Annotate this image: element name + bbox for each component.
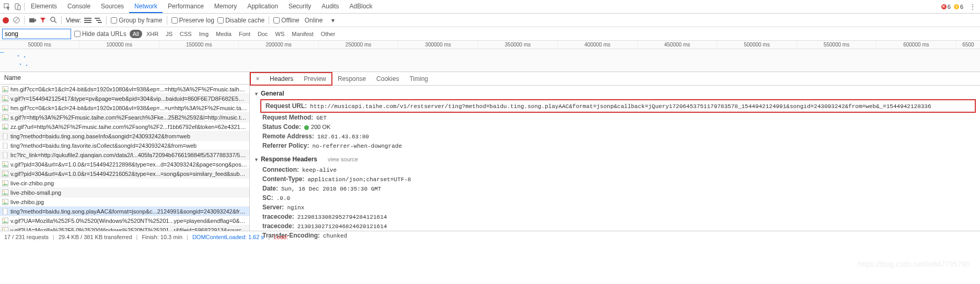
request-row[interactable]: live-zhibo.jpg (0, 197, 249, 207)
tab-performance[interactable]: Performance (163, 1, 209, 13)
header-key: Content-Type: (262, 175, 304, 183)
filter-type-ws[interactable]: WS (272, 30, 288, 38)
request-row[interactable]: v.gif?r=1544942125417&type=pv&page=web&p… (0, 94, 249, 103)
tab-cookies[interactable]: Cookies (371, 73, 404, 85)
request-row[interactable]: hm.gif?cc=0&ck=1&cl=24-bit&ds=1920x1080&… (0, 85, 249, 94)
filter-type-all[interactable]: All (130, 30, 142, 38)
request-row[interactable]: v.gif?pid=304&url=&v=1.0.0&r=15449422128… (0, 160, 249, 169)
time-label: 150000 ms (159, 41, 239, 49)
request-name: hm.gif?cc=0&ck=1&cl=24-bit&ds=1920x1080&… (10, 105, 247, 111)
header-key: Date: (262, 185, 278, 192)
header-value: 21301302712046824620121614 (297, 223, 387, 230)
request-row[interactable]: ting?method=baidu.ting.song.baseInfo&son… (0, 132, 249, 141)
waterfall-icon[interactable] (95, 17, 102, 24)
tab-adblock[interactable]: AdBlock (344, 1, 378, 13)
request-name: v.gif?r=1544942125417&type=pv&page=web&p… (10, 96, 247, 102)
detail-panel: × Headers Preview Response Cookies Timin… (250, 72, 980, 231)
request-row[interactable]: zz.gif?url=http%3A%2F%2Fmusic.taihe.com%… (0, 122, 249, 132)
image-icon (2, 227, 8, 231)
disable-cache-checkbox[interactable]: Disable cache (217, 17, 264, 24)
tab-console[interactable]: Console (62, 1, 96, 13)
request-row[interactable]: s.gif?r=http%3A%2F%2Fmusic.taihe.com%2Fs… (0, 113, 249, 122)
tab-application[interactable]: Application (242, 1, 283, 13)
tab-audits[interactable]: Audits (316, 1, 344, 13)
sb-finish: Finish: 10.3 min (142, 234, 182, 240)
request-row[interactable]: ting?method=baidu.ting.favorite.isCollec… (0, 141, 249, 150)
main-panel: Name hm.gif?cc=0&ck=1&cl=24-bit&ds=1920x… (0, 72, 980, 231)
image-icon (2, 218, 8, 224)
request-row[interactable]: v.gif?UA=Mozilla%252F5.0%2520(Windows%25… (0, 216, 249, 226)
filter-type-js[interactable]: JS (163, 30, 176, 38)
hide-data-urls-checkbox[interactable]: Hide data URLs (74, 30, 126, 38)
device-icon[interactable] (13, 2, 23, 12)
header-row: Content-Type:application/json;charset=UT… (254, 174, 976, 184)
header-key: Server: (262, 204, 284, 211)
filter-type-font[interactable]: Font (236, 30, 253, 38)
large-rows-icon[interactable] (84, 17, 91, 24)
record-button[interactable] (2, 17, 9, 24)
filter-type-css[interactable]: CSS (177, 30, 195, 38)
request-row[interactable]: ting?method=baidu.ting.song.playAAC&form… (0, 207, 249, 216)
name-column-header[interactable]: Name (0, 72, 249, 85)
image-icon (2, 161, 8, 168)
view-source-link[interactable]: view source (328, 156, 358, 162)
inspect-icon[interactable] (2, 2, 13, 12)
method-label: Request Method: (262, 114, 313, 121)
tab-elements[interactable]: Elements (26, 1, 62, 13)
header-row: Connection:keep-alive (254, 165, 976, 174)
time-label: 100000 ms (79, 41, 159, 49)
svg-rect-2 (18, 5, 20, 10)
filter-bar: Hide data URLs AllXHRJSCSSImgMediaFontDo… (0, 27, 980, 41)
search-icon[interactable] (50, 17, 57, 24)
tab-network[interactable]: Network (129, 1, 163, 13)
tab-headers[interactable]: Headers (264, 73, 298, 85)
request-name: s.gif?r=http%3A%2F%2Fmusic.taihe.com%2Fs… (10, 114, 247, 121)
status-label: Status Code: (262, 123, 301, 131)
devtools-tabs: ElementsConsoleSourcesNetworkPerformance… (0, 0, 980, 14)
close-icon[interactable]: × (251, 75, 264, 82)
filter-type-img[interactable]: Img (196, 30, 212, 38)
filter-input[interactable] (2, 29, 71, 39)
request-row[interactable]: v.gif?pid=304&url=&v=1.0.0&r=15449422160… (0, 169, 249, 179)
tab-security[interactable]: Security (283, 1, 316, 13)
image-icon (2, 199, 8, 205)
tab-preview[interactable]: Preview (298, 73, 331, 85)
request-row[interactable]: v.gif?UA=Mozilla%252F5.0%2520(Windows%25… (0, 226, 249, 231)
more-icon[interactable]: ⋮ (967, 2, 978, 12)
filter-type-manifest[interactable]: Manifest (289, 30, 317, 38)
request-row[interactable]: live-cir-zhibo.png (0, 179, 249, 188)
throttle-select[interactable]: Online ▾ (303, 17, 337, 24)
group-by-frame-checkbox[interactable]: Group by frame (111, 17, 162, 24)
svg-point-29 (4, 181, 5, 183)
header-value: chunked (323, 233, 347, 239)
image-icon (2, 180, 8, 186)
image-icon (2, 114, 8, 121)
timeline[interactable]: 50000 ms100000 ms150000 ms200000 ms25000… (0, 41, 980, 72)
response-headers-section[interactable]: Response Headersview source (254, 153, 976, 165)
filter-type-doc[interactable]: Doc (255, 30, 271, 38)
header-value: keep-alive (302, 167, 337, 173)
svg-point-37 (4, 228, 5, 230)
svg-point-17 (4, 97, 5, 98)
preserve-log-checkbox[interactable]: Preserve log (171, 17, 214, 24)
clear-icon[interactable] (13, 17, 20, 24)
request-row[interactable]: live-zhibo-small.png (0, 188, 249, 197)
tab-timing[interactable]: Timing (404, 73, 433, 85)
request-row[interactable]: lrc?lrc_link=http://qukufile2.qianqian.c… (0, 150, 249, 160)
filter-type-media[interactable]: Media (213, 30, 235, 38)
filter-type-xhr[interactable]: XHR (143, 30, 162, 38)
offline-checkbox[interactable]: Offline (273, 17, 299, 24)
tab-response[interactable]: Response (332, 73, 371, 85)
general-section[interactable]: General (254, 88, 976, 99)
camera-icon[interactable] (29, 17, 36, 24)
filter-icon[interactable] (39, 17, 47, 24)
request-row[interactable]: hm.gif?cc=0&ck=1&cl=24-bit&ds=1920x1080&… (0, 103, 249, 113)
tab-memory[interactable]: Memory (209, 1, 242, 13)
svg-point-19 (4, 106, 5, 108)
svg-point-15 (4, 87, 5, 89)
warn-count[interactable]: !6 (954, 4, 963, 10)
error-count[interactable]: ✕6 (941, 4, 951, 10)
request-url-label: Request URL: (266, 102, 307, 110)
filter-type-other[interactable]: Other (318, 30, 339, 38)
tab-sources[interactable]: Sources (96, 1, 129, 13)
